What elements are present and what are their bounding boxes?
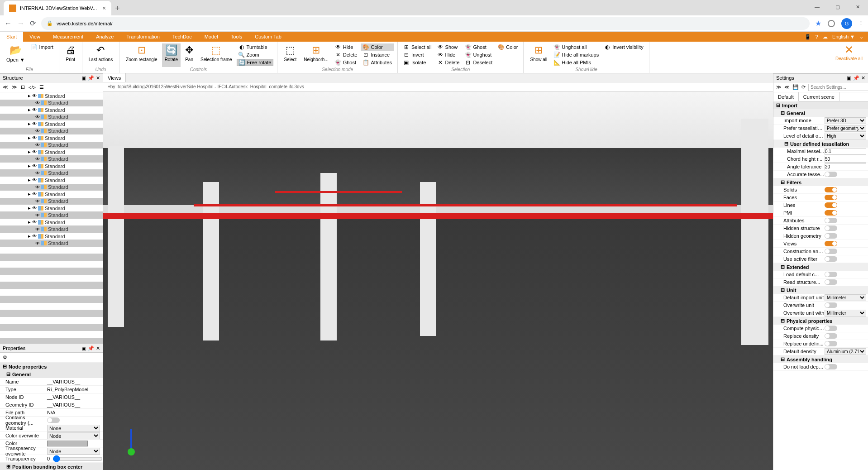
back-button[interactable]: ← bbox=[5, 19, 12, 28]
settings-expand-icon[interactable]: ≫ bbox=[776, 84, 782, 90]
expand-icon[interactable]: ▸ bbox=[28, 219, 31, 225]
tree-node-parent[interactable]: ▸👁Standard bbox=[0, 163, 103, 170]
last-actions-button[interactable]: ↶Last actions bbox=[86, 43, 115, 67]
lod-select[interactable]: High bbox=[825, 133, 866, 139]
no-load-dep-toggle[interactable] bbox=[825, 364, 837, 369]
settings-pin-icon[interactable]: 📌 bbox=[853, 75, 859, 81]
hidden-struct-toggle[interactable] bbox=[825, 225, 837, 231]
structure-window-icon[interactable]: ▣ bbox=[81, 75, 86, 81]
ow-unit-with-select[interactable]: Millimeter bbox=[825, 310, 866, 317]
tree-node-child[interactable]: 👁Standard bbox=[0, 212, 103, 219]
tree-node-child[interactable]: 👁Standard bbox=[0, 184, 103, 191]
menu-tab-transformation[interactable]: Transformation bbox=[120, 32, 166, 42]
collapse-ribbon-icon[interactable]: ⌄ bbox=[859, 34, 863, 40]
section-general[interactable]: ⊟ General bbox=[0, 370, 103, 378]
section-extended[interactable]: ⊟ Extended bbox=[773, 263, 868, 271]
acc-tess-toggle[interactable] bbox=[825, 172, 837, 177]
3d-viewport[interactable] bbox=[103, 91, 773, 470]
structure-tree[interactable]: ▸👁Standard👁Standard▸👁Standard👁Standard▸👁… bbox=[0, 92, 103, 343]
show-button[interactable]: 👁Show bbox=[435, 43, 462, 51]
maximize-button[interactable]: ▢ bbox=[827, 0, 848, 14]
open-button[interactable]: 📂 Open ▼ bbox=[4, 43, 28, 67]
settings-refresh-icon[interactable]: ⟳ bbox=[801, 84, 806, 90]
browser-menu-button[interactable]: ⋮ bbox=[858, 20, 863, 26]
expand-icon[interactable]: ▸ bbox=[28, 191, 31, 197]
tree-node-child[interactable]: 👁Standard bbox=[0, 226, 103, 233]
section-node-properties[interactable]: ⊟ Node properties bbox=[0, 363, 103, 370]
mobile-icon[interactable]: 📱 bbox=[805, 34, 811, 40]
settings-collapse-icon[interactable]: ≪ bbox=[784, 84, 790, 90]
menu-tab-custom[interactable]: Custom Tab bbox=[248, 32, 288, 42]
browser-tab[interactable]: INTERNAL 3DViewStation WebV... × bbox=[4, 1, 111, 15]
import-button[interactable]: 📄Import bbox=[29, 43, 55, 51]
expand-icon[interactable]: ▸ bbox=[28, 177, 31, 183]
chord-input[interactable] bbox=[825, 156, 866, 163]
hide2-button[interactable]: 👁Hide bbox=[435, 51, 462, 58]
visibility-icon[interactable]: 👁 bbox=[32, 206, 37, 211]
ghost-button[interactable]: 👻Ghost bbox=[333, 59, 359, 66]
selection-frame-button[interactable]: ⬚Selection frame bbox=[198, 43, 234, 67]
read-struct-toggle[interactable] bbox=[825, 279, 837, 285]
visibility-icon[interactable]: 👁 bbox=[35, 213, 40, 218]
section-pos-bbox[interactable]: ⊞ Position bounding box center bbox=[0, 463, 103, 470]
visibility-icon[interactable]: 👁 bbox=[35, 241, 40, 246]
tree-node-parent[interactable]: ▸👁Standard bbox=[0, 120, 103, 128]
minimize-button[interactable]: — bbox=[807, 0, 827, 14]
attributes-button[interactable]: 📋Attributes bbox=[361, 59, 393, 66]
section-import-general[interactable]: ⊟ General bbox=[773, 109, 868, 117]
lines-toggle[interactable] bbox=[825, 202, 837, 208]
expand-icon[interactable]: ▸ bbox=[28, 149, 31, 155]
replace-density-toggle[interactable] bbox=[825, 333, 837, 339]
tree-node-parent[interactable]: ▸👁Standard bbox=[0, 205, 103, 212]
tree-node-parent[interactable]: ▸👁Standard bbox=[0, 219, 103, 226]
structure-close-icon[interactable]: ✕ bbox=[96, 75, 100, 81]
color-button[interactable]: 🎨Color bbox=[361, 43, 393, 51]
transparency-slider[interactable] bbox=[52, 456, 103, 462]
pmi-toggle[interactable] bbox=[825, 210, 837, 216]
visibility-icon[interactable]: 👁 bbox=[32, 192, 37, 197]
tree-node-parent[interactable]: ▸👁Standard bbox=[0, 233, 103, 240]
tree-node-parent[interactable]: ▸👁Standard bbox=[0, 177, 103, 184]
visibility-icon[interactable]: 👁 bbox=[32, 107, 37, 112]
color-ow-select[interactable]: Node bbox=[47, 432, 100, 439]
solids-toggle[interactable] bbox=[825, 187, 837, 192]
forward-button[interactable]: → bbox=[17, 19, 24, 28]
properties-window-icon[interactable]: ▣ bbox=[81, 345, 86, 351]
hide-button[interactable]: 👁Hide bbox=[333, 43, 359, 51]
rotate-button[interactable]: 🔄Rotate bbox=[162, 43, 181, 67]
tree-node-child[interactable]: 👁Standard bbox=[0, 198, 103, 205]
tree-node-child[interactable]: 👁Standard bbox=[0, 128, 103, 135]
close-window-button[interactable]: ✕ bbox=[848, 0, 868, 14]
visibility-icon[interactable]: 👁 bbox=[35, 115, 40, 120]
sliders-icon[interactable]: ⚙ bbox=[3, 355, 7, 360]
language-selector[interactable]: English ▼ bbox=[832, 34, 855, 39]
expand-icon[interactable]: ▸ bbox=[28, 135, 31, 141]
visibility-icon[interactable]: 👁 bbox=[35, 171, 40, 176]
color2-button[interactable]: 🎨Color bbox=[496, 43, 520, 51]
invert-visibility-button[interactable]: ◐Invert visibility bbox=[602, 43, 645, 51]
construction-toggle[interactable] bbox=[825, 249, 837, 254]
visibility-icon[interactable]: 👁 bbox=[32, 177, 37, 182]
structure-pin-icon[interactable]: 📌 bbox=[88, 75, 94, 81]
expand-all-icon[interactable]: ≪ bbox=[3, 84, 8, 90]
expand-icon[interactable]: ▸ bbox=[28, 205, 31, 211]
settings-search-input[interactable] bbox=[808, 84, 868, 91]
select-all-button[interactable]: ⊞Select all bbox=[401, 43, 434, 51]
expand-icon[interactable]: ▸ bbox=[28, 233, 31, 239]
help-icon[interactable]: ? bbox=[816, 34, 818, 39]
load-default-toggle[interactable] bbox=[825, 272, 837, 277]
free-rotate-button[interactable]: 🔄Free rotate bbox=[237, 59, 274, 66]
angle-tol-input[interactable] bbox=[825, 163, 866, 170]
zoom-button[interactable]: 🔍Zoom bbox=[237, 51, 274, 58]
tree-node-child[interactable]: 👁Standard bbox=[0, 100, 103, 107]
tree-node-parent[interactable]: ▸👁Standard bbox=[0, 191, 103, 198]
settings-body[interactable]: ⊟ Import ⊟ General Import modePrefer 3D … bbox=[773, 101, 868, 470]
close-tab-icon[interactable]: × bbox=[102, 5, 106, 12]
expand-icon[interactable]: ▸ bbox=[28, 121, 31, 127]
menu-tab-start[interactable]: Start bbox=[0, 32, 23, 42]
attributes-toggle[interactable] bbox=[825, 218, 837, 223]
expand-icon[interactable]: ▸ bbox=[28, 93, 31, 99]
views-tab[interactable]: Views bbox=[103, 73, 126, 82]
zoom-rectangle-button[interactable]: ⊡Zoom rectangle bbox=[123, 43, 160, 67]
delete-button[interactable]: ✕Delete bbox=[333, 51, 359, 58]
